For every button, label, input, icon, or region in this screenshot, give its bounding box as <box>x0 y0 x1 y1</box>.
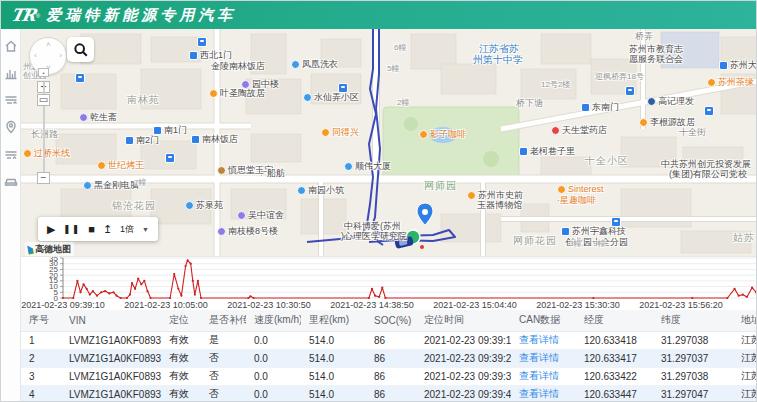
map-label: 顺伟大厦 <box>344 162 391 171</box>
purple-poi-icon <box>237 211 246 220</box>
app-title: 爱瑞特新能源专用汽车 <box>46 6 236 25</box>
table-cell: 2 <box>21 349 61 367</box>
table-cell: 2021-02-23 09:39:30 <box>416 367 511 385</box>
map-label: 姑苏 <box>733 233 755 243</box>
bus-stop-icon <box>611 217 621 227</box>
purple-poi-icon <box>217 227 226 236</box>
map-label: 世纪烤王 <box>97 161 144 170</box>
table-cell: 0.0 <box>246 385 301 402</box>
table-cell: 否 <box>201 385 246 402</box>
road-report-icon[interactable] <box>4 93 18 107</box>
brand-logo-icon: TR <box>9 5 36 25</box>
location-icon[interactable] <box>4 120 18 134</box>
orange-poi-icon <box>557 185 566 194</box>
map-label: 中科博爱(苏州 <box>344 222 401 231</box>
statistics-icon[interactable] <box>4 66 18 80</box>
svg-text:2021-02-23 09:39:10: 2021-02-23 09:39:10 <box>21 300 105 310</box>
app-header: TR ® 爱瑞特新能源专用汽车 <box>1 1 757 29</box>
table-cell: 2021-02-23 09:39:10 <box>416 331 511 349</box>
navy-poi-icon <box>647 97 656 106</box>
orange-poi-icon <box>321 128 330 137</box>
table-cell: 江苏省苏州市 <box>733 385 757 402</box>
bus-poi-icon <box>519 147 528 156</box>
table-cell: 有效 <box>161 349 201 367</box>
playback-toolbar: ▶ ❚❚ ■ ↥ 1倍 ▼ <box>38 217 158 241</box>
table-row[interactable]: 2LVMZ1G1A0KF089390有效否0.0514.0862021-02-2… <box>21 349 757 367</box>
metro-poi-icon <box>191 135 200 144</box>
map-label: 江苏省苏 <box>479 44 519 54</box>
zoom-slider-handle[interactable]: ▭ <box>37 94 50 106</box>
map-label: 东南门 <box>581 103 619 112</box>
table-row[interactable]: 4LVMZ1G1A0KF089390有效否0.0514.0862021-02-2… <box>21 385 757 402</box>
map-label: 乾生斋 <box>79 113 117 122</box>
pause-button[interactable]: ❚❚ <box>63 225 80 234</box>
map-label: 十全小区 <box>585 156 629 166</box>
map-label: 5幢 <box>387 65 399 73</box>
app-window: TR ® 爱瑞特新能源专用汽车 <box>0 0 757 402</box>
map-label: )心理医学研究院 <box>341 232 407 241</box>
table-cell: 120.633417 <box>576 349 653 367</box>
table-row[interactable]: 3LVMZ1G1A0KF089390有效否0.0514.0862021-02-2… <box>21 367 757 385</box>
map-label: ·星趣咖啡 <box>557 196 596 205</box>
svg-text:2021-02-23 15:30:30: 2021-02-23 15:30:30 <box>536 300 620 310</box>
map-search-button[interactable] <box>67 37 94 62</box>
vehicle-icon[interactable] <box>4 174 18 188</box>
table-cell: LVMZ1G1A0KF089390 <box>61 349 161 367</box>
svg-text:2021-02-23 14:38:50: 2021-02-23 14:38:50 <box>330 300 414 310</box>
map-label: 9幢 <box>593 240 605 248</box>
map-label: Sinterest <box>557 185 604 194</box>
orange-poi-icon <box>23 149 32 158</box>
map-label: 锦沧花园 <box>112 201 156 211</box>
table-cell: 否 <box>201 367 246 385</box>
map-label: 2幢 <box>397 99 409 107</box>
registered-mark: ® <box>36 13 40 19</box>
table-cell: 3 <box>21 367 61 385</box>
map-canvas[interactable]: 州之创业园西北1门金陵南林饭店叶圣陶故居南林苑乾生斋长洲路南1门南2门南林饭店凤… <box>21 29 757 256</box>
map-label: 南林苑 <box>127 95 160 105</box>
svg-text:2021-02-23 10:30:50: 2021-02-23 10:30:50 <box>227 300 311 310</box>
map-label: 网师园 <box>424 181 457 191</box>
table-header-cell: 里程(km) <box>301 310 366 331</box>
sidebar <box>1 29 21 402</box>
home-icon[interactable] <box>4 39 18 53</box>
table-cell: 120.633422 <box>576 367 653 385</box>
table-cell: 31.297047 <box>653 385 733 402</box>
map-label: 3幢 <box>569 240 581 248</box>
svg-text:2021-02-23 15:04:40: 2021-02-23 15:04:40 <box>433 300 517 310</box>
table-cell: 查看详情 <box>511 385 576 402</box>
can-detail-link[interactable]: 查看详情 <box>519 352 559 363</box>
map-label: 十全街 <box>679 128 706 137</box>
svg-text:2021-02-23 10:05:00: 2021-02-23 10:05:00 <box>124 300 208 310</box>
blue-poi-icon <box>291 60 300 69</box>
table-header-cell: CAN数据 <box>511 310 576 331</box>
map-label: (集团)有限公司党校 <box>669 170 747 179</box>
route-playback-icon[interactable] <box>4 147 18 161</box>
zoom-out-button[interactable]: − <box>37 172 50 184</box>
metro-poi-icon <box>125 136 134 145</box>
chevron-down-icon[interactable]: ▼ <box>142 226 149 233</box>
purple-poi-icon <box>79 113 88 122</box>
playback-speed-select[interactable]: 1倍 <box>120 225 134 234</box>
map-label: 园中楼 <box>241 80 279 89</box>
can-detail-link[interactable]: 查看详情 <box>519 334 559 345</box>
blue-poi-icon <box>297 186 306 195</box>
map-label: 南枝楼8号楼 <box>217 227 278 236</box>
map-label: 长洲路 <box>31 130 58 139</box>
bus-stop-icon <box>165 153 175 163</box>
export-icon[interactable]: ↥ <box>103 224 112 235</box>
table-cell: 0.0 <box>246 367 301 385</box>
table-cell: 江苏省苏州市 <box>733 367 757 385</box>
table-header-cell: 经度 <box>576 310 653 331</box>
can-detail-link[interactable]: 查看详情 <box>519 388 559 399</box>
map-zoom-indicator[interactable]: • <box>38 68 49 77</box>
can-detail-link[interactable]: 查看详情 <box>519 370 559 381</box>
play-button[interactable]: ▶ <box>47 224 55 235</box>
table-row[interactable]: 1LVMZ1G1A0KF089390有效是0.0514.0862021-02-2… <box>21 331 757 349</box>
bus-poi-icon <box>561 227 570 236</box>
map-label: 凤凰洗衣 <box>291 60 338 69</box>
table-cell: 查看详情 <box>511 349 576 367</box>
map-label: 苏泉苑 <box>185 201 223 210</box>
stop-button[interactable]: ■ <box>88 224 95 235</box>
map-label: 苏州市教育志 <box>629 45 683 54</box>
track-end-marker <box>417 203 433 225</box>
